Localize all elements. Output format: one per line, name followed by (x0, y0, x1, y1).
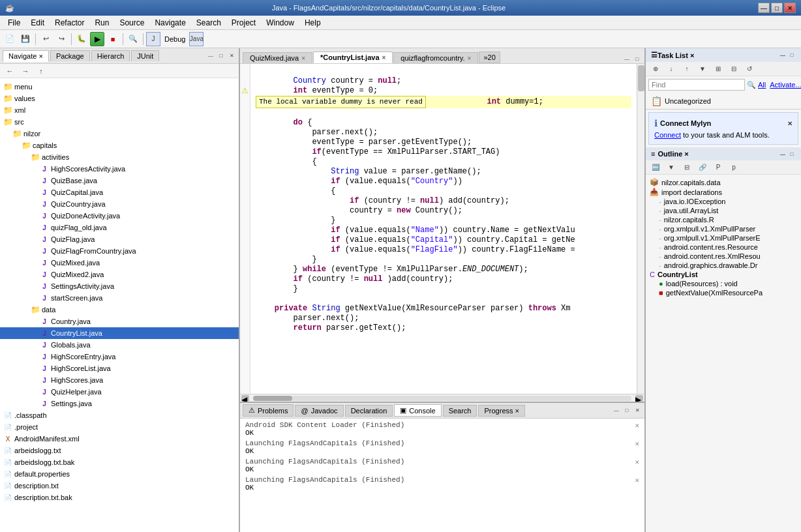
perspective-java[interactable]: J (146, 32, 160, 46)
back-nav-button[interactable]: ← (3, 64, 17, 78)
tree-item[interactable]: 📁capitals (0, 140, 239, 151)
tree-item[interactable]: JSettingsActivity.java (0, 280, 239, 292)
tree-item[interactable]: JQuizMixed2.java (0, 269, 239, 280)
tree-item[interactable]: JQuizDoneActivity.java (0, 210, 239, 222)
tree-item[interactable]: 📄arbeidslogg.txt.bak (0, 456, 239, 468)
outline-item-xmlpullparser[interactable]: - org.xmlpull.v1.XmlPullParserE (648, 233, 798, 243)
new-button[interactable]: 📄 (3, 32, 17, 46)
tree-item[interactable]: JHighScores.java (0, 374, 239, 386)
tree-item[interactable]: 📁xml (0, 104, 239, 116)
outline-filter-button[interactable]: ▼ (664, 160, 678, 175)
search-button[interactable]: 🔍 (126, 32, 140, 46)
tree-item[interactable]: JHighScoreList.java (0, 362, 239, 374)
tree-item[interactable]: JquizFlag_old.java (0, 222, 239, 233)
menu-item-project[interactable]: Project (226, 17, 261, 29)
tab-quizmixed[interactable]: QuizMixed.java × (243, 52, 312, 63)
scrollbar-thumb-v[interactable] (638, 65, 644, 91)
close-mylyn-button[interactable]: ✕ (787, 120, 793, 127)
menu-item-help[interactable]: Help (299, 17, 326, 29)
task-sync-button[interactable]: ↺ (742, 62, 757, 76)
redo-button[interactable]: ↪ (54, 32, 68, 46)
minimize-left-button[interactable]: — (206, 52, 215, 61)
maximize-left-button[interactable]: □ (217, 52, 226, 61)
tree-item[interactable]: 📄description.txt.bak (0, 492, 239, 503)
tree-item[interactable]: JstartScreen.java (0, 292, 239, 304)
max-bottom-button[interactable]: □ (622, 406, 631, 415)
outline-collapse-button[interactable]: ⊟ (680, 160, 694, 175)
outline-item-arraylist[interactable]: - java.util.ArrayList (648, 206, 798, 215)
javadoc-tab[interactable]: @ Javadoc (295, 405, 343, 417)
minimize-button[interactable]: — (758, 3, 770, 13)
vertical-scrollbar[interactable] (637, 64, 644, 394)
tree-item[interactable]: JQuizCountry.java (0, 198, 239, 210)
tree-item[interactable]: JQuizFlag.java (0, 233, 239, 245)
tree-item[interactable]: JQuizFlagFromCountry.java (0, 245, 239, 257)
outline-item-resource[interactable]: - android.content.res.Resource (648, 243, 798, 252)
task-search-input[interactable] (648, 79, 745, 91)
horizontal-scrollbar[interactable]: ◀ ▶ (240, 394, 644, 402)
menu-item-search[interactable]: Search (191, 17, 226, 29)
close-bottom-button[interactable]: ✕ (633, 406, 642, 415)
run-button[interactable]: ▶ (90, 32, 104, 46)
menu-item-refactor[interactable]: Refactor (50, 17, 89, 29)
search-tab[interactable]: Search (443, 405, 477, 417)
tree-item[interactable]: 📁values (0, 93, 239, 104)
close-entry-4-button[interactable]: ✕ (635, 476, 639, 484)
menu-item-source[interactable]: Source (114, 17, 149, 29)
tree-item[interactable]: 📁data (0, 304, 239, 316)
connect-link[interactable]: Connect (654, 131, 681, 139)
maximize-button[interactable]: □ (771, 3, 783, 13)
tree-item[interactable]: JQuizBase.java (0, 175, 239, 186)
outline-item-imports[interactable]: 📥 import declarations (648, 187, 798, 197)
outline-item-ioexception[interactable]: - java.io.IOException (648, 197, 798, 206)
tree-item[interactable]: JQuizCapital.java (0, 186, 239, 198)
tree-item[interactable]: JQuizMixed.java (0, 257, 239, 269)
outline-sort-button[interactable]: 🔤 (648, 160, 663, 175)
min-bottom-button[interactable]: — (612, 406, 621, 415)
save-button[interactable]: 💾 (18, 32, 33, 46)
undo-button[interactable]: ↩ (38, 32, 53, 46)
tree-item[interactable]: 📄.classpath (0, 409, 239, 421)
task-categorize-button[interactable]: ⊞ (711, 62, 725, 76)
task-add-button[interactable]: ⊕ (648, 62, 663, 76)
tab-countrylist[interactable]: *CountryList.java × (313, 52, 393, 63)
close-button[interactable]: ✕ (784, 3, 796, 13)
close-entry-2-button[interactable]: ✕ (635, 439, 639, 448)
menu-item-navigate[interactable]: Navigate (149, 17, 190, 29)
navigate-tab[interactable]: Navigate × (3, 50, 49, 62)
task-collapse-button[interactable]: ⊟ (727, 62, 741, 76)
outline-item-getnextvalue[interactable]: ■ getNextValue(XmlResourcePa (648, 288, 798, 297)
tab-quizflag[interactable]: quizflagfromcountry. × (393, 52, 478, 63)
tree-item[interactable]: JCountry.java (0, 316, 239, 327)
declaration-tab[interactable]: Declaration (345, 405, 393, 417)
activate-label[interactable]: Activate... (770, 81, 801, 89)
tree-item[interactable]: JHighScoresActivity.java (0, 163, 239, 175)
menu-item-window[interactable]: Window (261, 17, 299, 29)
close-left-button[interactable]: ✕ (227, 52, 236, 61)
package-tab[interactable]: Package (50, 50, 90, 61)
outline-item-drawable[interactable]: - android.graphics.drawable.Dr (648, 261, 798, 270)
tree-item[interactable]: JSettings.java (0, 398, 239, 409)
code-editor[interactable]: Country country = null; int eventType = … (250, 64, 637, 394)
tree-item[interactable]: 📁src (0, 116, 239, 128)
max-tasklist-button[interactable]: □ (788, 52, 796, 59)
debug-button[interactable]: 🐛 (74, 32, 89, 46)
outline-private-button[interactable]: p (727, 160, 741, 175)
tree-item[interactable]: 📄default.properties (0, 468, 239, 480)
close-entry-1-button[interactable]: ✕ (635, 421, 639, 430)
stop-button[interactable]: ■ (106, 32, 120, 46)
task-down-button[interactable]: ↓ (664, 62, 678, 76)
up-nav-button[interactable]: ↑ (34, 64, 48, 78)
outline-item-load[interactable]: ● load(Resources) : void (648, 279, 798, 288)
menu-item-edit[interactable]: Edit (25, 17, 50, 29)
search-icon-button[interactable]: 🔍 (746, 80, 757, 90)
close-entry-3-button[interactable]: ✕ (635, 458, 639, 466)
menu-item-file[interactable]: File (3, 17, 25, 29)
tree-item[interactable]: 📄.project (0, 421, 239, 433)
quizflag-close-icon[interactable]: × (468, 55, 472, 62)
countrylist-close-icon[interactable]: × (382, 54, 386, 61)
scrollbar-thumb-h[interactable] (253, 396, 292, 401)
tree-item[interactable]: JGlobals.java (0, 339, 239, 351)
outline-item-xmlpull[interactable]: - org.xmlpull.v1.XmlPullParser (648, 224, 798, 233)
tree-item[interactable]: 📄description.txt (0, 480, 239, 492)
